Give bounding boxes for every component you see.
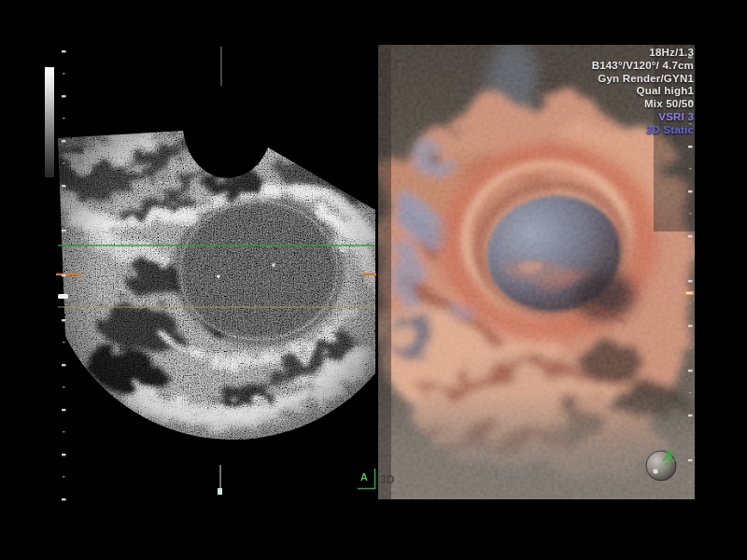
render-pane-label: 3D: [380, 473, 394, 486]
depth-ruler-left: [62, 50, 67, 506]
orientation-ball-icon[interactable]: [646, 451, 676, 481]
centerline-tip: [218, 488, 222, 495]
hud-geometry: B143°/V120°/ 4.7cm: [592, 60, 694, 73]
hud-mode: 3D Static: [592, 124, 694, 137]
hud-vsri: VSRI 3: [592, 111, 694, 124]
focus-marker-core: [686, 292, 692, 294]
hud-frame-rate: 18Hz/1.3: [592, 47, 694, 60]
hud-preset: Gyn Render/GYN1: [592, 73, 694, 86]
focus-marker-left[interactable]: [58, 294, 68, 299]
left-image-pane[interactable]: [43, 112, 386, 467]
active-image-label: A: [360, 471, 368, 483]
hud-mix: Mix 50/50: [592, 98, 694, 111]
b-mode-fan: [43, 112, 386, 467]
ultrasound-screen: 18Hz/1.3 B143°/V120°/ 4.7cm Gyn Render/G…: [0, 0, 747, 560]
hud-overlay: 18Hz/1.3 B143°/V120°/ 4.7cm Gyn Render/G…: [592, 47, 694, 137]
grayscale-bar: [45, 67, 54, 177]
hud-quality: Qual high1: [592, 85, 694, 98]
